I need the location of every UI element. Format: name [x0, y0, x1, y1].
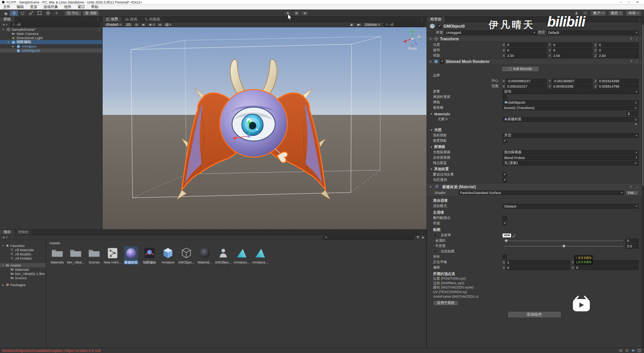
- breadcrumb[interactable]: Assets: [46, 240, 426, 245]
- lighting-toggle-icon[interactable]: [134, 23, 139, 27]
- skinned-motion-vectors-checkbox[interactable]: [503, 172, 507, 177]
- tab-hierarchy[interactable]: 层级: [0, 17, 15, 22]
- help-icon[interactable]: ?: [629, 60, 633, 63]
- edit-bounds-button[interactable]: Edit Bounds: [501, 66, 539, 72]
- favorite-star-icon[interactable]: [421, 236, 425, 239]
- add-material-element-button[interactable]: +: [635, 122, 637, 126]
- additional-settings-foldout[interactable]: ▼其他设置: [427, 166, 642, 172]
- hierarchy-search-input[interactable]: All: [10, 23, 101, 27]
- hand-tool-button[interactable]: [2, 10, 10, 16]
- gizmos-dropdown[interactable]: Gizmos▾: [363, 23, 382, 27]
- audio-toggle-icon[interactable]: [141, 23, 146, 27]
- panel-menu-icon[interactable]: ⋮: [418, 230, 426, 235]
- bounds-center-y-field[interactable]: -0.001369507: [552, 79, 593, 83]
- element-0-object-field[interactable]: 新建材质⊙: [503, 117, 639, 122]
- tab-inspector[interactable]: 检查器: [427, 17, 445, 22]
- help-icon[interactable]: ?: [629, 185, 632, 189]
- offset-y-field[interactable]: 0: [575, 265, 639, 270]
- probes-foldout[interactable]: ▼探测器: [427, 144, 642, 149]
- grid-dropdown-icon[interactable]: ▾: [164, 23, 173, 27]
- apply-to-systems-button[interactable]: 应用于系统: [433, 300, 458, 306]
- panel-menu-icon[interactable]: ⋮: [418, 17, 427, 22]
- project-tree-item[interactable]: Scenes: [0, 276, 46, 280]
- hierarchy-item[interactable]: ▼SampleScene*⋮: [0, 27, 102, 31]
- foldout-icon[interactable]: ▶: [2, 283, 5, 286]
- foldout-icon[interactable]: ▼: [2, 245, 5, 247]
- anchor-override-object-field[interactable]: 无 (变换)⊙: [503, 161, 639, 166]
- asset-tile[interactable]: Scenes: [85, 246, 103, 264]
- cast-shadows-dropdown[interactable]: 开启▾: [503, 133, 639, 138]
- project-search-input[interactable]: [322, 235, 415, 240]
- texture-slot[interactable]: [433, 249, 437, 254]
- pause-button[interactable]: [292, 10, 300, 16]
- smoothness-value-field[interactable]: 0.5: [626, 244, 639, 249]
- scene-viewport[interactable]: Persp: [103, 27, 427, 229]
- smoothness-slider[interactable]: [504, 246, 623, 247]
- hierarchy-item[interactable]: Main Camera: [0, 31, 102, 36]
- project-tree-item[interactable]: All Models: [0, 252, 46, 256]
- update-when-offscreen-checkbox[interactable]: [503, 95, 507, 99]
- cloud-icon[interactable]: [582, 10, 589, 16]
- scene-options-icon[interactable]: ⋮: [97, 27, 101, 31]
- panel-menu-icon[interactable]: ⋮: [94, 17, 102, 22]
- step-button[interactable]: [300, 10, 309, 16]
- console-error-message[interactable]: SerializedObjectNotCreatableException: O…: [2, 349, 100, 353]
- materials-foldout[interactable]: ▼Materials1: [427, 111, 642, 116]
- project-tree-item[interactable]: Materials: [0, 267, 46, 272]
- light-probes-dropdown[interactable]: 混合探测器▾: [503, 150, 639, 155]
- search-type-filter-icon[interactable]: [416, 236, 420, 239]
- collab-icon[interactable]: [573, 10, 580, 16]
- asset-tile[interactable]: Materials: [48, 246, 66, 264]
- layout-dropdown[interactable]: 布局▾: [626, 10, 641, 16]
- asset-tile[interactable]: 独眼蝙蝠: [141, 246, 158, 264]
- foldout-icon[interactable]: ▼: [2, 264, 5, 267]
- scene-visibility-icon[interactable]: [157, 23, 163, 27]
- move-tool-button[interactable]: [10, 10, 18, 16]
- render-mode-dropdown[interactable]: Opaque▾: [503, 204, 639, 209]
- position-x-field[interactable]: 0: [506, 43, 547, 47]
- offset-x-field[interactable]: 0: [506, 265, 569, 270]
- rect-tool-button[interactable]: [35, 10, 43, 16]
- scale-z-field[interactable]: 2.54: [598, 53, 639, 58]
- component-tools-icon[interactable]: [349, 23, 355, 27]
- foldout-icon[interactable]: ▶: [12, 45, 15, 48]
- inspector-scrollbar[interactable]: [642, 22, 644, 348]
- foldout-icon[interactable]: ▼: [429, 186, 432, 188]
- camera-settings-icon[interactable]: [356, 23, 362, 27]
- menu-item[interactable]: 游戏对象: [40, 5, 61, 9]
- skinned-mesh-renderer-enabled-checkbox[interactable]: [440, 60, 444, 64]
- asset-tile[interactable]: Armature: [159, 246, 177, 264]
- asset-tile[interactable]: GMObjec...: [178, 246, 195, 264]
- scale-y-field[interactable]: 2.54: [552, 53, 593, 58]
- scene-view-tab[interactable]: 场景: [103, 17, 122, 22]
- menu-item[interactable]: 文件: [0, 5, 13, 9]
- dynamic-occlusion-checkbox[interactable]: [503, 178, 507, 182]
- quality-dropdown[interactable]: 自动▾: [503, 89, 639, 94]
- asset-tile[interactable]: Material...: [196, 246, 214, 264]
- skinned-mesh-renderer-header[interactable]: ▼Skinned Mesh Renderer?⋮: [427, 58, 642, 65]
- active-checkbox[interactable]: [437, 24, 442, 28]
- hierarchy-item[interactable]: ▼独眼蝙蝠: [0, 40, 102, 44]
- asset-tile[interactable]: GMObjec...: [214, 246, 232, 264]
- add-component-button[interactable]: 添加组件: [508, 311, 561, 318]
- asset-tile[interactable]: Mvr_Albat...: [67, 246, 85, 264]
- tiling-x-field[interactable]: 1: [506, 260, 569, 265]
- material-header[interactable]: ▼新建材质 (Material)?⋮: [427, 183, 642, 191]
- space-toggle-button[interactable]: 局部: [82, 10, 100, 16]
- menu-item[interactable]: 组件: [61, 5, 75, 9]
- status-layout-icon[interactable]: [637, 349, 641, 352]
- project-tree-item[interactable]: ▶Packages: [0, 283, 46, 287]
- bounds-extent-y-field[interactable]: 0.004832285: [552, 84, 593, 89]
- shader-edit-button[interactable]: Edit...: [626, 191, 639, 195]
- effects-dropdown-icon[interactable]: ▾: [148, 23, 156, 27]
- rotate-tool-button[interactable]: [18, 10, 27, 16]
- position-y-field[interactable]: 0: [552, 43, 593, 47]
- scene-view-tab[interactable]: 游戏: [122, 17, 141, 22]
- object-picker-icon[interactable]: ⊙: [634, 161, 637, 165]
- metallic-value-field[interactable]: 0: [626, 239, 639, 243]
- object-picker-icon[interactable]: ⊙: [634, 118, 637, 121]
- object-picker-icon[interactable]: ⊙: [634, 101, 637, 104]
- status-activity-icon[interactable]: [625, 349, 629, 352]
- close-button[interactable]: ✕: [636, 0, 639, 4]
- tiling-y-field[interactable]: 1: [575, 260, 639, 265]
